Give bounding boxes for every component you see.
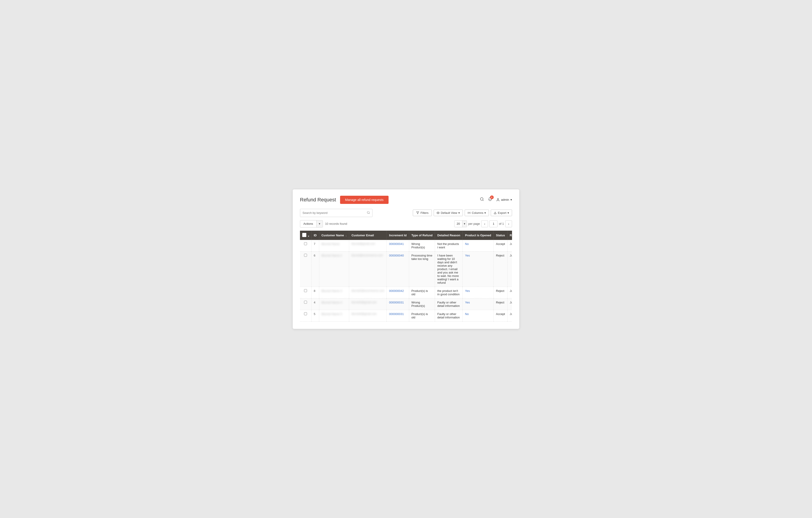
admin-user[interactable]: admin ▾ [496, 198, 512, 201]
svg-point-6 [438, 213, 438, 213]
row-customer-name[interactable]: Blurred Name 3 [319, 287, 349, 298]
row-id: 4 [311, 298, 319, 310]
row-customer-name[interactable]: Blurred Name 4 [319, 298, 349, 310]
th-increment-id: Increment Id [387, 230, 409, 240]
records-count: 10 records found [325, 222, 347, 225]
export-label: Export [498, 211, 506, 215]
search-box[interactable] [300, 209, 373, 217]
th-checkbox[interactable]: ▾ [300, 230, 311, 240]
svg-line-4 [369, 213, 370, 214]
toolbar-right: Filters Default View ▾ Columns ▾ Export … [413, 210, 512, 216]
row-product-opened: Yes [463, 298, 494, 310]
row-customer-email: blurred@ecommerce.com [349, 251, 387, 287]
row-refund-date: Jul 5, 2018 12:00:29 PM [507, 240, 512, 251]
row-increment-id[interactable]: 000000031 [387, 298, 409, 310]
row-checkbox-cell [300, 298, 311, 310]
actions-dropdown[interactable]: Actions ▾ [300, 220, 323, 227]
columns-button[interactable]: Columns ▾ [465, 210, 489, 216]
row-checkbox[interactable] [304, 254, 307, 257]
table-body: 7Blurred Nameblurred@gmail.com000000041W… [300, 240, 512, 322]
row-checkbox[interactable] [304, 301, 307, 304]
row-product-opened: Yes [463, 251, 494, 287]
row-product-opened: No [463, 310, 494, 321]
row-increment-id[interactable]: 000000031 [387, 310, 409, 321]
row-checkbox[interactable] [304, 242, 307, 245]
row-increment-id[interactable]: 000000042 [387, 287, 409, 298]
pagination: 20 ▾ per page ‹ 1 of 1 › [454, 220, 512, 227]
table-row: 5Blurred Name 5blurred4@gmail.com0000000… [300, 310, 512, 321]
page-number-box[interactable]: 1 [489, 220, 497, 227]
checkbox-caret-icon[interactable]: ▾ [308, 235, 309, 238]
row-product-opened: No [463, 240, 494, 251]
table-row: 6Blurred Name 2blurred@ecommerce.com0000… [300, 251, 512, 287]
row-status: Accept [494, 240, 508, 251]
header-right: 2 admin ▾ [480, 197, 512, 202]
row-increment-id[interactable]: 000000040 [387, 251, 409, 287]
row-customer-name[interactable]: Blurred Name [319, 240, 349, 251]
row-detailed-reason: the product isn't in good condition [435, 287, 463, 298]
svg-point-7 [469, 213, 469, 213]
refund-table: ▾ ID Customer Name ↓ Customer Email Incr… [300, 230, 512, 322]
notification-icon[interactable]: 2 [488, 197, 492, 202]
th-type-of-refund: Type of Refund [409, 230, 435, 240]
select-all-checkbox[interactable] [302, 233, 306, 237]
row-status: Reject [494, 298, 508, 310]
th-customer-name[interactable]: Customer Name ↓ [319, 230, 349, 240]
actions-caret-icon[interactable]: ▾ [316, 220, 323, 227]
row-checkbox-cell [300, 310, 311, 321]
th-detailed-reason: Detailed Reason [435, 230, 463, 240]
th-id: ID [311, 230, 319, 240]
row-detailed-reason: Faulty or other detail information [435, 298, 463, 310]
row-checkbox-cell [300, 240, 311, 251]
row-checkbox-cell [300, 251, 311, 287]
view-button[interactable]: Default View ▾ [434, 210, 463, 216]
row-id: 7 [311, 240, 319, 251]
page-header: Refund Request Manage all refund request… [300, 196, 512, 204]
table-row: 8Blurred Name 3blurred2@ecommerce.com000… [300, 287, 512, 298]
next-page-button[interactable]: › [505, 220, 512, 227]
filter-label: Filters [420, 211, 429, 215]
row-product-opened: Yes [463, 287, 494, 298]
view-caret-icon: ▾ [458, 211, 460, 215]
main-card: Refund Request Manage all refund request… [293, 189, 519, 329]
row-increment-id[interactable]: 000000041 [387, 240, 409, 251]
row-id: 8 [311, 287, 319, 298]
row-status: Reject [494, 251, 508, 287]
per-page-label: per page [468, 222, 480, 225]
header-left: Refund Request Manage all refund request… [300, 196, 388, 204]
row-type-of-refund: Product(s) is old [409, 287, 435, 298]
row-detailed-reason: Not the products i want [435, 240, 463, 251]
per-page-value: 20 [455, 221, 462, 227]
table-wrap: ▾ ID Customer Name ↓ Customer Email Incr… [300, 230, 512, 322]
row-checkbox[interactable] [304, 289, 307, 292]
svg-point-2 [497, 198, 498, 199]
sort-icon: ↓ [346, 234, 347, 237]
svg-line-1 [483, 200, 483, 200]
row-customer-name[interactable]: Blurred Name 2 [319, 251, 349, 287]
page-title: Refund Request [300, 197, 336, 203]
th-refund-date: Refund Date [507, 230, 512, 240]
search-input[interactable] [302, 211, 367, 215]
prev-page-button[interactable]: ‹ [481, 220, 488, 227]
th-status: Status [494, 230, 508, 240]
table-header-row: ▾ ID Customer Name ↓ Customer Email Incr… [300, 230, 512, 240]
row-customer-email: blurred3@gmail.com [349, 298, 387, 310]
export-caret-icon: ▾ [508, 211, 509, 215]
per-page-select[interactable]: 20 ▾ [454, 220, 467, 227]
manage-btn[interactable]: Manage all refund requests [340, 196, 388, 204]
per-page-caret-icon[interactable]: ▾ [462, 221, 467, 227]
row-customer-name[interactable]: Blurred Name 5 [319, 310, 349, 321]
actions-label: Actions [300, 220, 316, 227]
table-row: 4Blurred Name 4blurred3@gmail.com0000000… [300, 298, 512, 310]
filter-button[interactable]: Filters [413, 210, 432, 216]
export-button[interactable]: Export ▾ [491, 210, 512, 216]
columns-caret-icon: ▾ [484, 211, 486, 215]
row-detailed-reason: I have been waiting for 10 days and didn… [435, 251, 463, 287]
row-status: Accept [494, 310, 508, 321]
search-input-icon [367, 211, 370, 215]
th-customer-email: Customer Email [349, 230, 387, 240]
row-id: 5 [311, 310, 319, 321]
row-customer-email: blurred2@ecommerce.com [349, 287, 387, 298]
row-checkbox[interactable] [304, 312, 307, 315]
search-icon[interactable] [480, 197, 484, 202]
